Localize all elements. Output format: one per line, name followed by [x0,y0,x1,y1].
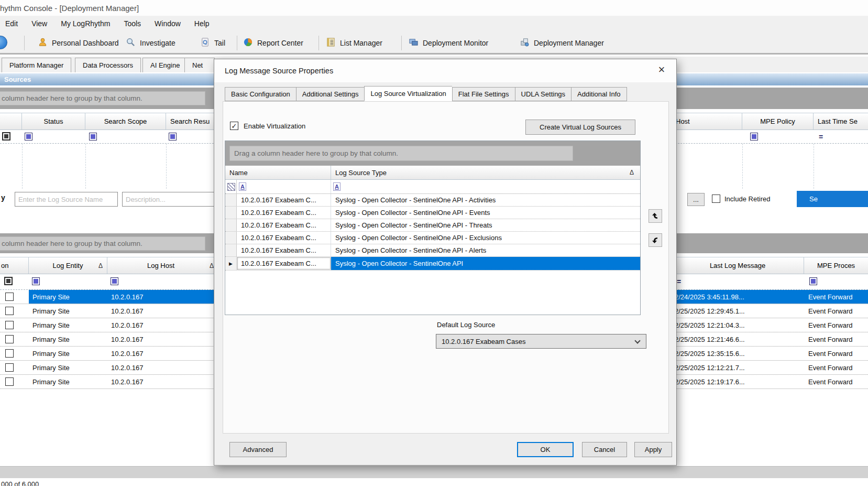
column-mpe-policy[interactable]: MPE Policy [742,113,814,129]
tab-flat-file-settings[interactable]: Flat File Settings [452,87,515,101]
cancel-button[interactable]: Cancel [582,442,627,457]
tab-additional-settings[interactable]: Additional Settings [296,87,365,101]
personal-dashboard-button[interactable]: Personal Dashboard [38,35,119,51]
virtual-source-row-selected[interactable]: ▶ 10.2.0.167 Exabeam C... Syslog - Open … [225,257,640,271]
row-checkbox[interactable] [5,377,14,386]
clear-filter-icon[interactable] [227,183,235,191]
tab-additional-info[interactable]: Additional Info [571,87,627,101]
menu-view[interactable]: View [31,19,47,28]
search-button[interactable]: Se [797,191,868,207]
checkmark-icon: ✓ [232,122,237,130]
tail-button[interactable]: Tail [200,35,225,51]
last-log-message-cell: 2/25/2025 12:19:17.6... [672,375,804,388]
row-checkbox[interactable] [5,349,14,358]
filter-equals-last-time[interactable]: = [819,133,823,141]
last-log-message-cell: 2/25/2025 12:29:45.1... [672,304,804,318]
include-retired-checkbox[interactable] [712,195,720,203]
column-search-scope[interactable]: Search Scope [85,113,166,129]
column-name[interactable]: Name [225,166,331,179]
menu-window[interactable]: Window [155,19,181,28]
main-toolbar: Personal Dashboard Investigate Tail Repo… [0,31,868,55]
advanced-button[interactable]: Advanced [229,442,287,457]
list-manager-button[interactable]: List Manager [326,35,382,51]
row-checkbox[interactable] [5,321,14,329]
virtual-source-row[interactable]: 10.2.0.167 Exabeam C... Syslog - Open Co… [225,207,640,219]
column-mpe-process[interactable]: MPE Proces [804,257,868,274]
filter-checkbox-mpe-process[interactable] [809,277,817,285]
row-checkbox[interactable] [5,307,14,315]
tab-basic-configuration[interactable]: Basic Configuration [225,87,296,101]
grid-line [85,144,86,189]
text-filter-icon[interactable]: A [239,182,246,191]
virtual-source-row[interactable]: 10.2.0.167 Exabeam C... Syslog - Open Co… [225,244,640,257]
browse-button[interactable]: ... [687,193,705,206]
investigate-label: Investigate [140,39,175,47]
horizontal-scrollbar[interactable] [0,466,868,478]
investigate-button[interactable]: Investigate [126,35,175,51]
text-filter-icon[interactable]: A [333,182,340,191]
group-by-hint: column header here to group by that colu… [0,91,205,105]
row-checkbox[interactable] [5,363,14,372]
filter-checkbox-log-host[interactable] [111,277,118,285]
move-up-button[interactable] [649,209,662,223]
apply-button[interactable]: Apply [634,442,672,457]
filter-checkbox-mpe-policy[interactable] [750,133,758,141]
filter-checkbox-all[interactable] [2,132,10,141]
virtual-source-row[interactable]: 10.2.0.167 Exabeam C... Syslog - Open Co… [225,219,640,232]
mpe-process-cell: Event Forward [804,332,868,346]
menu-help[interactable]: Help [194,19,210,28]
ok-button[interactable]: OK [517,442,574,457]
globe-icon[interactable] [0,36,7,49]
tab-platform-manager[interactable]: Platform Manager [2,58,71,72]
menu-my-logrhythm[interactable]: My LogRhythm [61,19,110,28]
log-host-cell: 10.2.0.167 [107,290,215,304]
filter-checkbox-search-scope[interactable] [89,133,97,141]
deployment-monitor-button[interactable]: Deployment Monitor [409,35,488,51]
tab-log-source-virtualization[interactable]: Log Source Virtualization [364,86,452,101]
column-log-source-type[interactable]: Log Source Type Δ [331,166,640,179]
filter-checkbox-status[interactable] [25,133,32,141]
grid-line [166,144,167,189]
filter-equals-last-log[interactable]: = [677,277,681,286]
virtual-source-row[interactable]: 10.2.0.167 Exabeam C... Syslog - Open Co… [225,194,640,207]
search-icon [126,37,136,49]
row-checkbox[interactable] [5,293,14,301]
tab-network-clipped[interactable]: Net [184,58,215,72]
tab-ai-engine[interactable]: AI Engine [142,58,188,72]
filter-checkbox-action[interactable] [4,277,13,285]
last-log-message-cell: 2/25/2025 12:12:21.7... [672,361,804,374]
menu-tools[interactable]: Tools [124,19,141,28]
report-center-button[interactable]: Report Center [243,35,303,51]
column-status[interactable]: Status [22,113,85,129]
column-log-entity[interactable]: Log Entity Δ [29,257,107,274]
create-virtual-log-sources-button[interactable]: Create Virtual Log Sources [525,120,635,135]
include-retired-label: Include Retired [724,195,770,203]
filter-checkbox-log-entity[interactable] [32,277,40,285]
column-last-time-seen[interactable]: Last Time Se [814,113,868,129]
column-select-all[interactable] [0,113,22,129]
log-entity-cell: Primary Site [29,375,107,388]
virtual-source-row[interactable]: 10.2.0.167 Exabeam C... Syslog - Open Co… [225,232,640,244]
row-checkbox[interactable] [5,335,14,343]
tab-data-processors[interactable]: Data Processors [75,58,141,72]
default-log-source-dropdown[interactable]: 10.2.0.167 Exabeam Cases [436,334,646,349]
group-by-hint: Drag a column header here to group by th… [229,146,573,161]
log-source-name-input[interactable] [15,192,118,207]
column-action-clipped[interactable]: on [0,257,29,274]
title-bar: hythm Console - [Deployment Manager] [0,0,868,16]
deployment-manager-button[interactable]: Deployment Manager [520,35,604,51]
log-entity-cell: Primary Site [29,304,107,318]
description-input[interactable] [122,192,214,207]
column-log-host[interactable]: Log Host Δ [107,257,215,274]
column-host[interactable]: Host [672,113,742,129]
menu-edit[interactable]: Edit [5,19,18,28]
enable-virtualization-checkbox[interactable]: ✓ [230,122,238,130]
column-last-log-message[interactable]: Last Log Message [672,257,804,274]
tab-udla-settings[interactable]: UDLA Settings [515,87,572,101]
dialog-title-bar: Log Message Source Properties [214,59,676,82]
filter-checkbox-search-results[interactable] [169,133,177,141]
move-down-button[interactable] [649,233,662,247]
grid-line [814,144,814,189]
dialog-group-by-bar[interactable]: Drag a column header here to group by th… [225,141,640,166]
close-icon[interactable]: × [654,62,669,77]
